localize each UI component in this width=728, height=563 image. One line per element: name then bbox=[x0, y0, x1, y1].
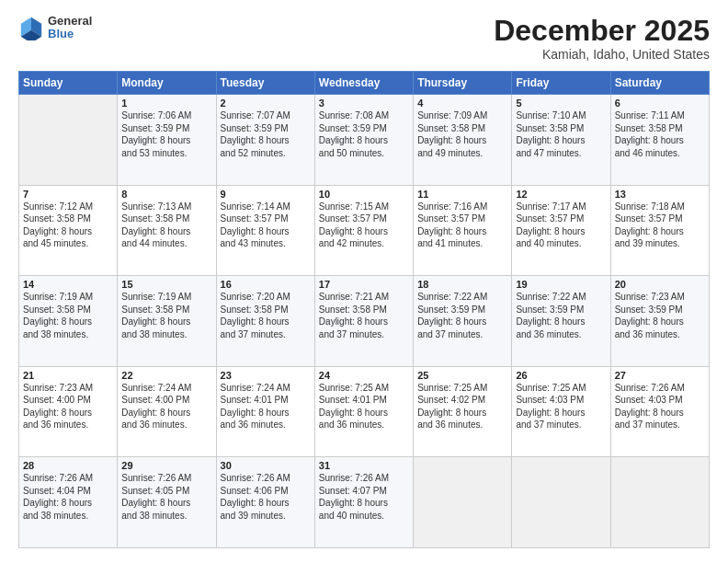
day-info: Sunrise: 7:07 AM Sunset: 3:59 PM Dayligh… bbox=[221, 109, 311, 159]
calendar-cell bbox=[414, 457, 512, 548]
day-number: 20 bbox=[615, 279, 705, 290]
day-info: Sunrise: 7:14 AM Sunset: 3:57 PM Dayligh… bbox=[221, 201, 311, 250]
day-number: 14 bbox=[23, 279, 113, 290]
calendar-cell: 18Sunrise: 7:22 AM Sunset: 3:59 PM Dayli… bbox=[414, 276, 512, 367]
calendar-cell: 10Sunrise: 7:15 AM Sunset: 3:57 PM Dayli… bbox=[314, 185, 413, 276]
col-sunday: Sunday bbox=[19, 72, 118, 95]
day-info: Sunrise: 7:11 AM Sunset: 3:58 PM Dayligh… bbox=[615, 109, 705, 159]
day-number: 26 bbox=[516, 370, 606, 381]
day-number: 6 bbox=[615, 98, 705, 109]
calendar-cell: 25Sunrise: 7:25 AM Sunset: 4:02 PM Dayli… bbox=[414, 366, 512, 457]
calendar-cell: 9Sunrise: 7:14 AM Sunset: 3:57 PM Daylig… bbox=[216, 185, 314, 276]
day-info: Sunrise: 7:26 AM Sunset: 4:03 PM Dayligh… bbox=[615, 382, 705, 431]
day-number: 5 bbox=[516, 98, 606, 109]
day-number: 22 bbox=[121, 370, 211, 381]
col-wednesday: Wednesday bbox=[314, 72, 413, 95]
calendar-week-1: 1Sunrise: 7:06 AM Sunset: 3:59 PM Daylig… bbox=[19, 95, 710, 186]
calendar-cell: 7Sunrise: 7:12 AM Sunset: 3:58 PM Daylig… bbox=[19, 185, 118, 276]
day-info: Sunrise: 7:09 AM Sunset: 3:58 PM Dayligh… bbox=[417, 109, 507, 159]
calendar-cell bbox=[19, 95, 118, 186]
day-number: 31 bbox=[319, 460, 409, 471]
calendar-cell: 11Sunrise: 7:16 AM Sunset: 3:57 PM Dayli… bbox=[414, 185, 512, 276]
day-info: Sunrise: 7:10 AM Sunset: 3:58 PM Dayligh… bbox=[516, 109, 606, 159]
calendar-cell: 1Sunrise: 7:06 AM Sunset: 3:59 PM Daylig… bbox=[118, 95, 216, 186]
day-number: 24 bbox=[319, 370, 409, 381]
day-info: Sunrise: 7:26 AM Sunset: 4:06 PM Dayligh… bbox=[221, 472, 311, 522]
day-info: Sunrise: 7:20 AM Sunset: 3:58 PM Dayligh… bbox=[221, 291, 311, 340]
day-info: Sunrise: 7:25 AM Sunset: 4:03 PM Dayligh… bbox=[516, 382, 606, 431]
col-thursday: Thursday bbox=[414, 72, 512, 95]
day-info: Sunrise: 7:21 AM Sunset: 3:58 PM Dayligh… bbox=[319, 291, 409, 340]
day-info: Sunrise: 7:08 AM Sunset: 3:59 PM Dayligh… bbox=[319, 109, 409, 159]
calendar-cell: 26Sunrise: 7:25 AM Sunset: 4:03 PM Dayli… bbox=[512, 366, 610, 457]
calendar-cell: 24Sunrise: 7:25 AM Sunset: 4:01 PM Dayli… bbox=[314, 366, 413, 457]
day-number: 3 bbox=[319, 98, 409, 109]
calendar-cell: 16Sunrise: 7:20 AM Sunset: 3:58 PM Dayli… bbox=[216, 276, 314, 367]
calendar-cell: 23Sunrise: 7:24 AM Sunset: 4:01 PM Dayli… bbox=[216, 366, 314, 457]
day-number: 1 bbox=[121, 98, 211, 109]
day-info: Sunrise: 7:18 AM Sunset: 3:57 PM Dayligh… bbox=[615, 201, 705, 250]
day-info: Sunrise: 7:24 AM Sunset: 4:01 PM Dayligh… bbox=[221, 382, 311, 431]
day-number: 8 bbox=[121, 189, 211, 200]
calendar-cell: 2Sunrise: 7:07 AM Sunset: 3:59 PM Daylig… bbox=[216, 95, 314, 186]
calendar-week-2: 7Sunrise: 7:12 AM Sunset: 3:58 PM Daylig… bbox=[19, 185, 710, 276]
calendar-cell: 20Sunrise: 7:23 AM Sunset: 3:59 PM Dayli… bbox=[610, 276, 709, 367]
calendar-cell bbox=[610, 457, 709, 548]
day-number: 25 bbox=[417, 370, 507, 381]
day-number: 23 bbox=[221, 370, 311, 381]
calendar-cell: 4Sunrise: 7:09 AM Sunset: 3:58 PM Daylig… bbox=[414, 95, 512, 186]
day-number: 16 bbox=[221, 279, 311, 290]
calendar-cell: 21Sunrise: 7:23 AM Sunset: 4:00 PM Dayli… bbox=[19, 366, 118, 457]
calendar-cell: 28Sunrise: 7:26 AM Sunset: 4:04 PM Dayli… bbox=[19, 457, 118, 548]
calendar-cell: 6Sunrise: 7:11 AM Sunset: 3:58 PM Daylig… bbox=[610, 95, 709, 186]
day-info: Sunrise: 7:25 AM Sunset: 4:02 PM Dayligh… bbox=[417, 382, 507, 431]
day-info: Sunrise: 7:24 AM Sunset: 4:00 PM Dayligh… bbox=[121, 382, 211, 431]
logo-text: General Blue bbox=[48, 15, 92, 41]
col-monday: Monday bbox=[118, 72, 216, 95]
logo-blue: Blue bbox=[48, 28, 92, 40]
day-number: 9 bbox=[221, 189, 311, 200]
day-info: Sunrise: 7:17 AM Sunset: 3:57 PM Dayligh… bbox=[516, 201, 606, 250]
day-info: Sunrise: 7:15 AM Sunset: 3:57 PM Dayligh… bbox=[319, 201, 409, 250]
day-info: Sunrise: 7:26 AM Sunset: 4:07 PM Dayligh… bbox=[319, 472, 409, 522]
day-info: Sunrise: 7:23 AM Sunset: 3:59 PM Dayligh… bbox=[615, 291, 705, 340]
calendar-header-row: Sunday Monday Tuesday Wednesday Thursday… bbox=[19, 72, 710, 95]
page: General Blue December 2025 Kamiah, Idaho… bbox=[0, 0, 728, 563]
calendar-cell: 17Sunrise: 7:21 AM Sunset: 3:58 PM Dayli… bbox=[314, 276, 413, 367]
title-area: December 2025 Kamiah, Idaho, United Stat… bbox=[494, 15, 710, 62]
day-number: 17 bbox=[319, 279, 409, 290]
calendar-cell: 30Sunrise: 7:26 AM Sunset: 4:06 PM Dayli… bbox=[216, 457, 314, 548]
day-number: 15 bbox=[121, 279, 211, 290]
day-info: Sunrise: 7:25 AM Sunset: 4:01 PM Dayligh… bbox=[319, 382, 409, 431]
calendar-week-3: 14Sunrise: 7:19 AM Sunset: 3:58 PM Dayli… bbox=[19, 276, 710, 367]
day-info: Sunrise: 7:26 AM Sunset: 4:04 PM Dayligh… bbox=[23, 472, 113, 522]
day-number: 18 bbox=[417, 279, 507, 290]
calendar-cell: 31Sunrise: 7:26 AM Sunset: 4:07 PM Dayli… bbox=[314, 457, 413, 548]
calendar-week-4: 21Sunrise: 7:23 AM Sunset: 4:00 PM Dayli… bbox=[19, 366, 710, 457]
day-number: 13 bbox=[615, 189, 705, 200]
calendar-cell: 12Sunrise: 7:17 AM Sunset: 3:57 PM Dayli… bbox=[512, 185, 610, 276]
logo: General Blue bbox=[18, 15, 92, 41]
calendar-cell: 13Sunrise: 7:18 AM Sunset: 3:57 PM Dayli… bbox=[610, 185, 709, 276]
day-number: 12 bbox=[516, 189, 606, 200]
calendar-cell: 5Sunrise: 7:10 AM Sunset: 3:58 PM Daylig… bbox=[512, 95, 610, 186]
day-info: Sunrise: 7:26 AM Sunset: 4:05 PM Dayligh… bbox=[121, 472, 211, 522]
calendar-cell: 19Sunrise: 7:22 AM Sunset: 3:59 PM Dayli… bbox=[512, 276, 610, 367]
day-info: Sunrise: 7:19 AM Sunset: 3:58 PM Dayligh… bbox=[23, 291, 113, 340]
day-number: 7 bbox=[23, 189, 113, 200]
day-number: 21 bbox=[23, 370, 113, 381]
calendar-cell: 27Sunrise: 7:26 AM Sunset: 4:03 PM Dayli… bbox=[610, 366, 709, 457]
day-info: Sunrise: 7:16 AM Sunset: 3:57 PM Dayligh… bbox=[417, 201, 507, 250]
calendar-cell: 29Sunrise: 7:26 AM Sunset: 4:05 PM Dayli… bbox=[118, 457, 216, 548]
calendar-cell bbox=[512, 457, 610, 548]
day-info: Sunrise: 7:13 AM Sunset: 3:58 PM Dayligh… bbox=[121, 201, 211, 250]
logo-general: General bbox=[48, 15, 92, 28]
day-number: 27 bbox=[615, 370, 705, 381]
day-number: 28 bbox=[23, 460, 113, 471]
calendar-table: Sunday Monday Tuesday Wednesday Thursday… bbox=[18, 71, 710, 548]
header: General Blue December 2025 Kamiah, Idaho… bbox=[18, 15, 710, 62]
col-saturday: Saturday bbox=[610, 72, 709, 95]
calendar-cell: 14Sunrise: 7:19 AM Sunset: 3:58 PM Dayli… bbox=[19, 276, 118, 367]
day-number: 4 bbox=[417, 98, 507, 109]
day-info: Sunrise: 7:23 AM Sunset: 4:00 PM Dayligh… bbox=[23, 382, 113, 431]
